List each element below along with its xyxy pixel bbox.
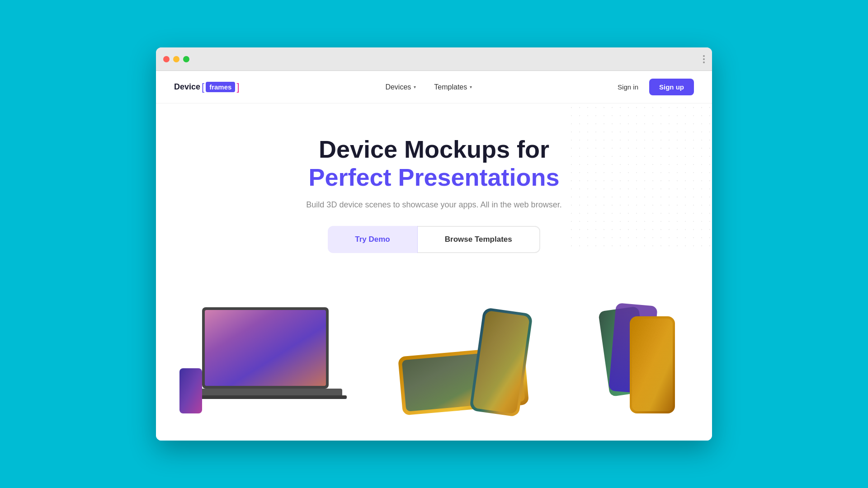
- phones-right-group: [594, 298, 693, 425]
- svg-rect-4: [179, 368, 202, 413]
- logo-bracket-right-icon: ]: [236, 81, 239, 93]
- phones-center-group: [393, 298, 556, 425]
- close-button[interactable]: [163, 56, 170, 62]
- svg-rect-3: [184, 395, 347, 399]
- phones-right-svg: [594, 298, 693, 425]
- sign-up-button[interactable]: Sign up: [649, 79, 694, 95]
- phones-center-svg: [393, 298, 556, 425]
- hero-title: Device Mockups for Perfect Presentations: [174, 135, 694, 191]
- minimize-button[interactable]: [173, 56, 179, 62]
- hero-buttons: Try Demo Browse Templates: [174, 226, 694, 253]
- nav-templates[interactable]: Templates ▾: [434, 83, 472, 91]
- browser-controls: [163, 56, 189, 62]
- laptop-svg: [175, 298, 356, 425]
- maximize-button[interactable]: [183, 56, 189, 62]
- logo[interactable]: Device [frames]: [174, 81, 240, 93]
- nav-devices[interactable]: Devices ▾: [385, 83, 416, 91]
- templates-chevron-icon: ▾: [470, 84, 472, 89]
- browser-window: Device [frames] Devices ▾ Templates ▾ Si…: [156, 47, 712, 441]
- dot-1: [703, 55, 705, 57]
- browser-menu-dots[interactable]: [703, 55, 705, 63]
- nav-templates-label: Templates: [434, 83, 467, 91]
- dot-3: [703, 61, 705, 63]
- navbar: Device [frames] Devices ▾ Templates ▾ Si…: [156, 71, 712, 103]
- hero-subtitle: Build 3D device scenes to showcase your …: [174, 200, 694, 210]
- nav-right: Sign in Sign up: [618, 79, 694, 95]
- sign-in-button[interactable]: Sign in: [618, 83, 638, 91]
- browse-templates-button[interactable]: Browse Templates: [418, 226, 540, 253]
- logo-bracket-left-icon: [: [202, 81, 204, 93]
- dot-2: [703, 58, 705, 60]
- nav-center: Devices ▾ Templates ▾: [385, 83, 472, 91]
- hero-section: Device Mockups for Perfect Presentations…: [156, 103, 712, 289]
- svg-rect-1: [205, 310, 326, 386]
- hero-title-line2: Perfect Presentations: [174, 163, 694, 191]
- laptop-group: [175, 298, 356, 425]
- logo-device-text: Device: [174, 82, 200, 92]
- browser-titlebar: [156, 47, 712, 71]
- nav-devices-label: Devices: [385, 83, 411, 91]
- logo-frames-text: frames: [206, 82, 235, 92]
- devices-chevron-icon: ▾: [414, 84, 416, 89]
- svg-rect-12: [632, 319, 673, 411]
- hero-title-line1: Device Mockups for: [174, 135, 694, 163]
- browser-content: Device [frames] Devices ▾ Templates ▾ Si…: [156, 71, 712, 441]
- device-illustrations: [156, 289, 712, 425]
- try-demo-button[interactable]: Try Demo: [328, 226, 417, 253]
